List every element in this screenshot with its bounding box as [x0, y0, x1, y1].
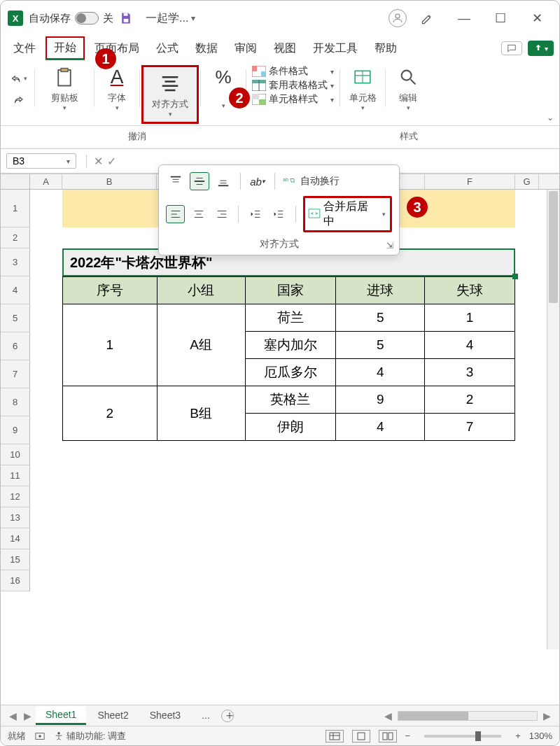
hscroll-left[interactable]: ◀: [382, 710, 395, 722]
redo-button[interactable]: [9, 90, 27, 108]
row-header-15[interactable]: 15: [1, 549, 30, 570]
row-header-4[interactable]: 4: [1, 276, 30, 304]
scrollbar-thumb[interactable]: [549, 191, 558, 303]
cell-goals[interactable]: 4: [336, 414, 425, 441]
minimize-button[interactable]: —: [449, 6, 479, 31]
cell-style-button[interactable]: 单元格样式▾: [252, 93, 334, 106]
editing-group[interactable]: 编辑 ▾: [387, 65, 429, 111]
row-header-14[interactable]: 14: [1, 528, 30, 549]
row-header-1[interactable]: 1: [1, 190, 30, 227]
header-conceded[interactable]: 失球: [425, 277, 515, 304]
ribbon-collapse-icon[interactable]: ⌄: [547, 113, 554, 122]
cell-country[interactable]: 英格兰: [245, 386, 336, 414]
close-button[interactable]: ✕: [522, 6, 552, 31]
sheet-tab-2[interactable]: Sheet2: [88, 707, 138, 725]
font-group[interactable]: A 字体 ▾: [96, 65, 138, 111]
cell-conceded[interactable]: 4: [425, 332, 515, 359]
tab-help[interactable]: 帮助: [368, 38, 404, 59]
cell-no[interactable]: 1: [63, 304, 158, 386]
cells-group[interactable]: 单元格 ▾: [342, 65, 384, 111]
dialog-launcher-icon[interactable]: ⇲: [386, 241, 393, 251]
cell-country[interactable]: 厄瓜多尔: [245, 359, 336, 386]
paste-icon[interactable]: [52, 65, 76, 89]
row-header-7[interactable]: 7: [1, 360, 30, 388]
row-header-12[interactable]: 12: [1, 486, 30, 507]
macro-record-icon[interactable]: [34, 731, 46, 741]
row-header-2[interactable]: 2: [1, 227, 30, 248]
find-icon[interactable]: [396, 65, 420, 89]
table-header-row[interactable]: 序号 小组 国家 进球 失球: [63, 277, 515, 304]
cell-no[interactable]: 2: [63, 386, 158, 441]
share-button[interactable]: ▾: [528, 41, 554, 56]
conditional-format-button[interactable]: 条件格式▾: [252, 65, 334, 78]
zoom-out-button[interactable]: −: [405, 731, 411, 741]
view-normal-button[interactable]: [326, 730, 344, 743]
pen-icon[interactable]: [412, 6, 443, 31]
cell-country[interactable]: 伊朗: [245, 414, 336, 441]
decrease-indent-button[interactable]: [246, 205, 265, 223]
header-goals[interactable]: 进球: [336, 277, 425, 304]
tab-home[interactable]: 开始: [46, 36, 85, 60]
tab-formula[interactable]: 公式: [149, 38, 186, 59]
merge-center-button[interactable]: 合并后居中 ▾: [303, 196, 392, 232]
wrap-text-button[interactable]: ab 自动换行: [282, 175, 340, 188]
row-header-3[interactable]: 3: [1, 248, 30, 276]
zoom-level[interactable]: 130%: [529, 731, 552, 741]
percent-icon[interactable]: %: [211, 65, 235, 89]
header-country[interactable]: 国家: [245, 277, 336, 304]
save-icon[interactable]: [119, 11, 133, 25]
cell-conceded[interactable]: 1: [425, 304, 515, 332]
cell-goals[interactable]: 5: [336, 332, 425, 359]
table-row[interactable]: 1 A组 荷兰 5 1: [63, 304, 515, 332]
cell-group[interactable]: A组: [157, 304, 245, 386]
cell-country[interactable]: 塞内加尔: [245, 332, 336, 359]
header-group[interactable]: 小组: [157, 277, 245, 304]
add-sheet-button[interactable]: +: [221, 710, 234, 722]
comments-button[interactable]: [501, 41, 522, 55]
col-header-G[interactable]: G: [515, 174, 539, 189]
sheet-tab-3[interactable]: Sheet3: [140, 707, 190, 725]
tab-dev[interactable]: 开发工具: [306, 38, 365, 59]
align-middle-button[interactable]: [190, 172, 209, 190]
zoom-in-button[interactable]: +: [515, 731, 521, 741]
align-bottom-button[interactable]: [214, 172, 233, 190]
cell-country[interactable]: 荷兰: [245, 304, 336, 332]
horizontal-scrollbar[interactable]: [398, 711, 538, 721]
select-all-corner[interactable]: [1, 174, 30, 189]
col-header-F[interactable]: F: [425, 174, 515, 189]
toggle-icon[interactable]: [75, 12, 99, 24]
increase-indent-button[interactable]: [270, 205, 288, 223]
zoom-slider[interactable]: [424, 735, 501, 738]
selection-handle[interactable]: [512, 274, 518, 279]
sheet-tab-more[interactable]: ...: [192, 707, 220, 725]
cell-goals[interactable]: 9: [336, 386, 425, 414]
vertical-scrollbar[interactable]: [547, 190, 559, 649]
col-header-A[interactable]: A: [30, 174, 62, 189]
maximize-button[interactable]: ☐: [485, 6, 516, 31]
row-header-9[interactable]: 9: [1, 416, 30, 444]
row-header-13[interactable]: 13: [1, 507, 30, 528]
cell-conceded[interactable]: 2: [425, 386, 515, 414]
accessibility-button[interactable]: 辅助功能: 调查: [54, 730, 126, 743]
name-box[interactable]: B3 ▾: [6, 153, 76, 169]
sheet-nav-next[interactable]: ▶: [21, 710, 34, 722]
zoom-knob[interactable]: [475, 731, 481, 741]
header-no[interactable]: 序号: [63, 277, 158, 304]
cell-goals[interactable]: 5: [336, 304, 425, 332]
alignment-icon[interactable]: [158, 71, 182, 95]
alignment-group[interactable]: 对齐方式 ▾: [141, 65, 199, 124]
hscroll-thumb[interactable]: [398, 712, 468, 720]
cell-conceded[interactable]: 3: [425, 359, 515, 386]
tab-review[interactable]: 审阅: [227, 38, 264, 59]
table-row[interactable]: 2 B组 英格兰 9 2: [63, 386, 515, 414]
cell-group[interactable]: B组: [157, 386, 245, 441]
tab-file[interactable]: 文件: [6, 38, 43, 59]
user-avatar[interactable]: [388, 9, 407, 27]
col-header-B[interactable]: B: [62, 174, 157, 189]
row-header-10[interactable]: 10: [1, 444, 30, 465]
row-header-6[interactable]: 6: [1, 332, 30, 360]
view-page-break-button[interactable]: [379, 730, 397, 743]
data-table[interactable]: 序号 小组 国家 进球 失球 1 A组 荷兰 5 1 塞内加尔 5 4 厄瓜多尔…: [62, 276, 515, 441]
align-top-button[interactable]: [166, 172, 186, 190]
tab-data[interactable]: 数据: [188, 38, 225, 59]
